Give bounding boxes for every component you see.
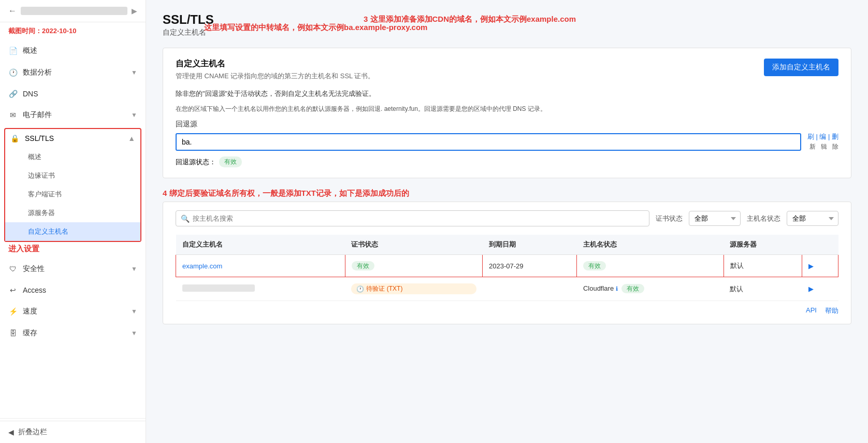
sidebar: ← ▶ 截图时间：2022-10-10 📄 概述 🕐 数据分析 ▼ 🔗 DNS … — [0, 0, 146, 443]
lock-icon: 🔒 — [10, 134, 20, 142]
fallback-input[interactable] — [176, 133, 801, 151]
sidebar-item-speed[interactable]: ⚡ 速度 ▼ — [0, 301, 146, 322]
hostname-blurred — [182, 284, 255, 292]
cell-origin: 默认 — [724, 255, 802, 277]
table-section: 🔍 证书状态 全部 主机名状态 全部 自定义主机名 证书状态 到期日期 主机名状… — [163, 202, 851, 324]
search-icon: 🔍 — [181, 215, 190, 223]
chevron-down-icon: ▼ — [131, 111, 137, 119]
cell-row-action: ▶ — [802, 255, 838, 277]
fallback-instruction: 在您的区域下输入一个主机名以用作您的主机名的默认源服务器，例如回退. aeter… — [176, 105, 838, 113]
cell-hostname-status: Cloudflare ℹ 有效 — [577, 277, 724, 301]
cell-cert-status: 🕐 待验证 (TXT) — [345, 277, 482, 301]
collapse-icon: ◀ — [8, 428, 14, 436]
hostname-table: 自定义主机名 证书状态 到期日期 主机名状态 源服务器 example.com … — [176, 235, 838, 301]
cert-status-label: 证书状态 — [656, 214, 683, 223]
custom-hostname-card: 自定义主机名 管理使用 CNAME 记录指向您的域的第三方的主机名和 SSL 证… — [163, 48, 851, 178]
sidebar-item-email[interactable]: ✉ 电子邮件 ▼ — [0, 104, 146, 126]
table-row: example.com 有效 2023-07-29 有效 默认 ▶ — [176, 255, 838, 277]
hostname-search-input[interactable] — [176, 210, 649, 226]
ssl-tls-section: 🔒 SSL/TLS ▲ 概述 边缘证书 客户端证书 源服务器 自定义主机名 — [4, 128, 141, 242]
divider — [0, 418, 146, 419]
col-hostname-status: 主机名状态 — [577, 235, 724, 255]
hostname-badge-valid: 有效 — [583, 261, 606, 270]
fallback-section: 除非您的"回退源"处于活动状态，否则自定义主机名无法完成验证。 在您的区域下输入… — [176, 89, 838, 167]
fallback-actions: 刷 | 编 | 删 新 辑 除 — [807, 132, 838, 151]
cell-row-action: ▶ — [802, 277, 838, 301]
hostname-link[interactable]: example.com — [182, 262, 222, 270]
collapse-sidebar[interactable]: ◀ 折叠边栏 — [0, 421, 146, 443]
help-link[interactable]: 帮助 — [825, 306, 838, 316]
status-label: 回退源状态： — [176, 158, 216, 167]
search-wrapper: 🔍 — [176, 210, 649, 226]
col-expiry: 到期日期 — [483, 235, 577, 255]
cell-hostname — [176, 277, 345, 301]
sidebar-top: ← ▶ — [0, 0, 146, 22]
cloudflare-info-icon[interactable]: ℹ — [616, 285, 618, 292]
back-icon[interactable]: ← — [8, 6, 17, 16]
fallback-status: 回退源状态： 有效 — [176, 156, 838, 167]
sidebar-item-security[interactable]: 🛡 安全性 ▼ — [0, 258, 146, 280]
network-icon: 🔗 — [8, 90, 18, 98]
row-expand-icon[interactable]: ▶ — [808, 262, 814, 270]
cell-cert-status: 有效 — [345, 255, 482, 277]
cell-hostname-status: 有效 — [577, 255, 724, 277]
sidebar-item-cache[interactable]: 🗄 缓存 ▼ — [0, 322, 146, 344]
chevron-down-icon: ▼ — [131, 69, 137, 76]
api-link[interactable]: API — [806, 306, 817, 316]
page-header: SSL/TLS 自定义主机名 — [163, 12, 851, 37]
sidebar-item-origin-server[interactable]: 源服务器 — [5, 204, 140, 222]
cell-expiry: 2023-07-29 — [483, 255, 577, 277]
bolt-icon: ⚡ — [8, 307, 18, 316]
add-custom-hostname-button[interactable]: 添加自定义主机名 — [764, 59, 838, 76]
annotation-4-wrapper: 4 绑定后要验证域名所有权，一般是添加TXT记录，如下是添加成功后的 — [163, 189, 851, 198]
row-expand-icon2[interactable]: ▶ — [808, 285, 814, 293]
table-filters: 🔍 证书状态 全部 主机名状态 全部 — [176, 210, 838, 226]
clock-icon: 🕐 — [8, 68, 18, 77]
sidebar-item-access[interactable]: ↩ Access — [0, 280, 146, 301]
refresh-action[interactable]: 刷 | 编 | 删 — [807, 132, 838, 141]
chevron-down-icon: ▼ — [131, 265, 137, 273]
cache-icon: 🗄 — [8, 329, 18, 337]
expand-icon[interactable]: ▶ — [132, 7, 137, 15]
action-labels: 新 辑 除 — [807, 142, 838, 151]
annotation-4: 4 绑定后要验证域名所有权，一般是添加TXT记录，如下是添加成功后的 — [163, 189, 409, 197]
fallback-warning: 除非您的"回退源"处于活动状态，否则自定义主机名无法完成验证。 — [176, 89, 838, 98]
page-subtitle: 自定义主机名 — [163, 28, 851, 37]
card-header: 自定义主机名 管理使用 CNAME 记录指向您的域的第三方的主机名和 SSL 证… — [176, 59, 838, 81]
sidebar-item-analytics[interactable]: 🕐 数据分析 ▼ — [0, 62, 146, 83]
sidebar-item-dns[interactable]: 🔗 DNS — [0, 83, 146, 104]
fallback-input-row: 刷 | 编 | 删 新 辑 除 — [176, 132, 838, 151]
page-title: SSL/TLS — [163, 12, 851, 27]
table-header-row: 自定义主机名 证书状态 到期日期 主机名状态 源服务器 — [176, 235, 838, 255]
sidebar-item-client-certs[interactable]: 客户端证书 — [5, 185, 140, 204]
col-action — [802, 235, 838, 255]
cert-badge-pending: 🕐 待验证 (TXT) — [351, 283, 476, 294]
sidebar-item-custom-hostname[interactable]: 自定义主机名 — [5, 222, 140, 241]
col-cert-status: 证书状态 — [345, 235, 482, 255]
cell-origin: 默认 — [724, 277, 802, 301]
access-icon: ↩ — [8, 286, 18, 294]
domain-display — [21, 7, 127, 15]
sidebar-item-ssl-overview[interactable]: 概述 — [5, 148, 140, 166]
cert-badge-valid: 有效 — [352, 261, 374, 270]
sidebar-item-ssl-tls[interactable]: 🔒 SSL/TLS ▲ — [5, 129, 140, 148]
card-title: 自定义主机名 — [176, 59, 374, 69]
document-icon: 📄 — [8, 47, 18, 55]
col-hostname: 自定义主机名 — [176, 235, 345, 255]
sidebar-item-edge-certs[interactable]: 边缘证书 — [5, 166, 140, 185]
chevron-up-icon: ▲ — [128, 134, 135, 142]
shield-icon: 🛡 — [8, 265, 18, 273]
card-desc: 管理使用 CNAME 记录指向您的域的第三方的主机名和 SSL 证书。 — [176, 72, 374, 81]
chevron-down-icon: ▼ — [131, 308, 137, 315]
email-icon: ✉ — [8, 111, 18, 119]
nav-menu: 📄 概述 🕐 数据分析 ▼ 🔗 DNS ✉ 电子邮件 ▼ 🔒 SSL/TLS ▲ — [0, 40, 146, 416]
sidebar-item-overview[interactable]: 📄 概述 — [0, 40, 146, 62]
cert-status-filter[interactable]: 全部 — [689, 211, 741, 226]
cell-expiry — [483, 277, 577, 301]
hostname-status-filter[interactable]: 全部 — [787, 211, 838, 226]
status-badge: 有效 — [219, 156, 242, 167]
clock-icon-small: 🕐 — [356, 285, 364, 293]
cell-hostname: example.com — [176, 255, 345, 277]
enter-setting-label: 进入设置 — [8, 244, 137, 254]
table-row: 🕐 待验证 (TXT) Cloudflare ℹ 有效 默认 ▶ — [176, 277, 838, 301]
